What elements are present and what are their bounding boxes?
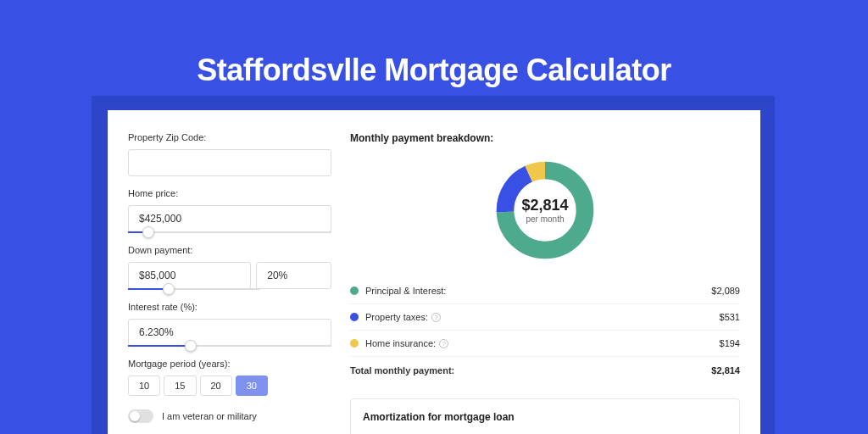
down-payment-field: Down payment: <box>128 245 331 290</box>
donut-center-value: $2,814 <box>521 197 568 214</box>
period-buttons: 10152030 <box>128 376 331 396</box>
down-payment-label: Down payment: <box>128 245 331 255</box>
interest-input[interactable] <box>128 319 331 346</box>
veteran-row: I am veteran or military <box>128 409 331 423</box>
legend-dot <box>350 287 359 295</box>
slider-handle[interactable] <box>142 226 154 238</box>
breakdown-row-label: Home insurance: <box>365 338 436 348</box>
interest-slider[interactable] <box>128 345 331 347</box>
home-price-input[interactable] <box>128 205 331 232</box>
total-value: $2,814 <box>711 365 740 376</box>
home-price-slider[interactable] <box>128 231 331 233</box>
zip-field: Property Zip Code: <box>128 132 331 176</box>
breakdown-row-label: Property taxes: <box>365 312 428 322</box>
breakdown-row-value: $2,089 <box>711 286 740 296</box>
down-payment-slider[interactable] <box>128 288 260 290</box>
period-button-15[interactable]: 15 <box>164 376 196 396</box>
breakdown-row: Principal & Interest:$2,089 <box>350 278 740 304</box>
breakdown-row-value: $531 <box>720 312 740 322</box>
slider-handle[interactable] <box>163 283 175 295</box>
donut-chart-wrap: $2,814 per month <box>350 158 740 263</box>
breakdown-total-row: Total monthly payment: $2,814 <box>350 357 740 383</box>
breakdown-row: Property taxes:?$531 <box>350 304 740 331</box>
slider-handle[interactable] <box>185 340 197 352</box>
interest-field: Interest rate (%): <box>128 302 331 347</box>
breakdown-column: Monthly payment breakdown: $2,814 per mo… <box>350 132 740 434</box>
legend-dot <box>350 339 359 348</box>
period-button-20[interactable]: 20 <box>200 376 232 396</box>
interest-label: Interest rate (%): <box>128 302 331 312</box>
period-button-30[interactable]: 30 <box>236 376 268 396</box>
info-icon[interactable]: ? <box>439 339 448 348</box>
breakdown-row-value: $194 <box>720 338 740 348</box>
down-payment-input[interactable] <box>128 262 251 289</box>
calculator-card: Property Zip Code: Home price: Down paym… <box>108 110 760 434</box>
breakdown-rows: Principal & Interest:$2,089Property taxe… <box>350 278 740 357</box>
home-price-label: Home price: <box>128 188 331 198</box>
veteran-toggle[interactable] <box>128 409 153 423</box>
page-root: Staffordsvlle Mortgage Calculator Proper… <box>0 0 868 434</box>
zip-input[interactable] <box>128 149 331 176</box>
donut-chart: $2,814 per month <box>492 158 598 263</box>
period-button-10[interactable]: 10 <box>128 376 160 396</box>
donut-center-sub: per month <box>526 214 564 224</box>
home-price-field: Home price: <box>128 188 331 233</box>
period-label: Mortgage period (years): <box>128 359 331 369</box>
amortization-card: Amortization for mortgage loan Amortizat… <box>350 398 740 434</box>
info-icon[interactable]: ? <box>431 313 441 322</box>
page-title: Staffordsvlle Mortgage Calculator <box>0 53 868 88</box>
form-column: Property Zip Code: Home price: Down paym… <box>128 132 331 434</box>
breakdown-row-label: Principal & Interest: <box>365 286 446 296</box>
legend-dot <box>350 313 359 321</box>
total-label: Total monthly payment: <box>350 365 454 376</box>
zip-label: Property Zip Code: <box>128 132 331 142</box>
breakdown-header: Monthly payment breakdown: <box>350 132 740 144</box>
amortization-header: Amortization for mortgage loan <box>363 411 727 423</box>
veteran-label: I am veteran or military <box>162 411 257 421</box>
breakdown-row: Home insurance:?$194 <box>350 331 740 357</box>
down-payment-pct-input[interactable] <box>256 262 331 289</box>
